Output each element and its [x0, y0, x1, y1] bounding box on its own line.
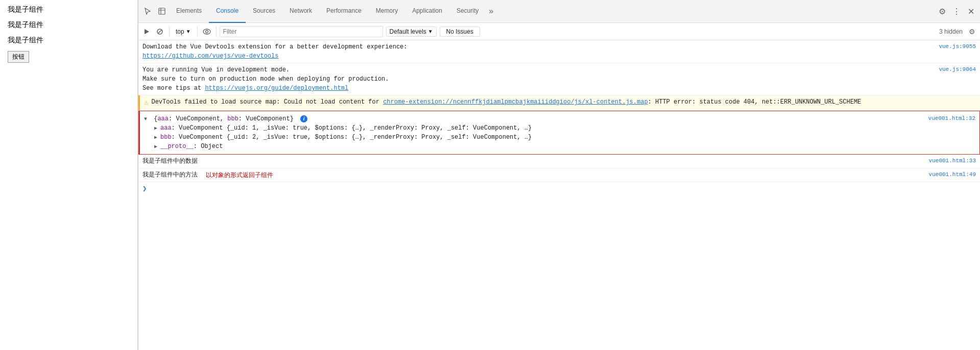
page-button[interactable]: 按钮: [8, 51, 29, 63]
prop-expand-aaa[interactable]: [154, 124, 160, 132]
svg-point-4: [203, 29, 210, 34]
warning-icon: ⚠: [144, 97, 148, 108]
object-prop-aaa: aaa: VueComponent {_uid: 1, _isVue: true…: [144, 123, 975, 133]
svg-point-5: [205, 30, 208, 33]
tab-performance[interactable]: Performance: [319, 0, 369, 23]
prop-expand-proto[interactable]: [154, 143, 160, 151]
object-prop-bbb: bbb: VueComponent {_uid: 2, _isVue: true…: [144, 133, 975, 142]
extension-link[interactable]: chrome-extension://ncennffkjdiamlpmcbajk…: [383, 98, 648, 106]
live-expressions-icon[interactable]: [201, 26, 213, 38]
msg-content-warning: DevTools failed to load source map: Coul…: [151, 97, 976, 107]
page-text-3: 我是子组件: [8, 36, 130, 45]
levels-dropdown-arrow-icon: ▼: [428, 29, 433, 34]
tab-application[interactable]: Application: [405, 0, 449, 23]
more-options-icon[interactable]: ⋮: [949, 4, 964, 18]
svg-line-3: [158, 30, 162, 34]
object-info-icon[interactable]: i: [300, 115, 307, 122]
object-title: {aaa: VueComponent, bbb: VueComponent} i: [144, 114, 307, 123]
msg-source-data[interactable]: vue001.html:33: [929, 157, 976, 165]
filter-input[interactable]: [220, 26, 383, 37]
devtools-tabbar: Elements Console Sources Network Perform…: [138, 0, 980, 23]
inspect-icon[interactable]: [155, 4, 169, 18]
msg-content-1: Download the Vue Devtools extension for …: [142, 42, 935, 61]
tab-security[interactable]: Security: [449, 0, 486, 23]
method-annotation: 以对象的形式返回子组件: [206, 170, 273, 180]
console-message-method: 我是子组件中的方法 以对象的形式返回子组件 vue001.html:49: [138, 168, 980, 182]
hidden-count-label: 3 hidden: [939, 28, 963, 35]
object-source[interactable]: vue001.html:32: [928, 114, 975, 123]
page-area: 我是子组件 我是子组件 我是子组件 按钮: [0, 0, 138, 350]
console-toolbar: top ▼ Default levels ▼ No Issues 3 hidde…: [138, 23, 980, 40]
tab-elements[interactable]: Elements: [169, 0, 209, 23]
tab-memory[interactable]: Memory: [369, 0, 405, 23]
msg-source-2[interactable]: vue.js:9064: [939, 65, 976, 74]
msg-source-method[interactable]: vue001.html:49: [929, 170, 976, 179]
dropdown-arrow-icon: ▼: [186, 29, 191, 34]
console-message-1: Download the Vue Devtools extension for …: [138, 40, 980, 63]
console-message-data: 我是子组件中的数据 vue001.html:33: [138, 155, 980, 168]
console-output[interactable]: Download the Vue Devtools extension for …: [138, 40, 980, 350]
console-message-warning: ⚠ DevTools failed to load source map: Co…: [138, 95, 980, 111]
tab-sources[interactable]: Sources: [246, 0, 282, 23]
context-selector[interactable]: top ▼: [173, 27, 194, 36]
settings-icon[interactable]: ⚙: [935, 4, 949, 18]
svg-marker-1: [145, 29, 149, 34]
prompt-caret: ❯: [142, 184, 147, 193]
msg-content-2: You are running Vue in development mode.…: [142, 65, 935, 93]
devtools-panel: Elements Console Sources Network Perform…: [138, 0, 980, 350]
console-message-2: You are running Vue in development mode.…: [138, 63, 980, 95]
cursor-icon[interactable]: [140, 4, 155, 18]
svg-rect-0: [159, 8, 165, 14]
object-top-row: {aaa: VueComponent, bbb: VueComponent} i…: [144, 114, 975, 123]
method-text: 我是子组件中的方法: [142, 170, 198, 180]
toolbar-divider-2: [197, 27, 198, 37]
msg-source-1[interactable]: vue.js:9055: [939, 42, 976, 51]
block-icon[interactable]: [154, 26, 166, 38]
console-message-object: {aaa: VueComponent, bbb: VueComponent} i…: [138, 111, 980, 155]
close-devtools-icon[interactable]: ✕: [964, 4, 978, 18]
no-issues-button[interactable]: No Issues: [440, 27, 480, 37]
msg-content-data: 我是子组件中的数据: [142, 157, 925, 166]
page-text-1: 我是子组件: [8, 5, 130, 14]
more-tabs-button[interactable]: »: [486, 0, 496, 23]
tab-console[interactable]: Console: [209, 0, 246, 23]
log-levels-dropdown[interactable]: Default levels ▼: [386, 27, 437, 37]
page-text-2: 我是子组件: [8, 20, 130, 30]
run-script-icon[interactable]: [140, 26, 153, 38]
expand-triangle[interactable]: [144, 115, 150, 123]
tab-network[interactable]: Network: [282, 0, 319, 23]
prop-expand-bbb[interactable]: [154, 134, 160, 141]
vuejs-devtools-link[interactable]: https://github.com/vuejs/vue-devtools: [142, 53, 278, 60]
toolbar-divider-3: [216, 27, 217, 37]
console-prompt[interactable]: ❯: [138, 182, 980, 195]
console-settings-icon[interactable]: ⚙: [966, 26, 978, 38]
vuejs-guide-link[interactable]: https://vuejs.org/guide/deployment.html: [205, 85, 348, 92]
object-prop-proto: __proto__: Object: [144, 142, 975, 151]
toolbar-divider-1: [169, 27, 170, 37]
msg-content-method: 我是子组件中的方法 以对象的形式返回子组件: [142, 170, 925, 180]
